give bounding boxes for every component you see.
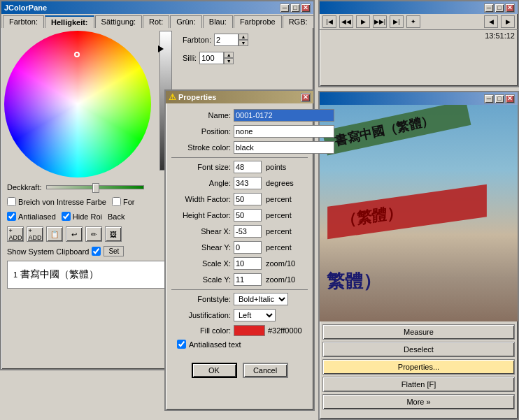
bp-close[interactable]: ✕ xyxy=(505,94,515,103)
play[interactable]: ▶ xyxy=(356,15,370,28)
thumbnail-item-1[interactable]: 1 書寫中國（繁體） xyxy=(13,268,99,281)
iv-maximize[interactable]: □ xyxy=(495,3,504,13)
more-button[interactable]: More » xyxy=(322,394,515,410)
image-btn[interactable]: 🖼 xyxy=(105,226,122,242)
position-label: Position: xyxy=(171,127,231,136)
bp-minimize[interactable]: ─ xyxy=(484,94,494,103)
breich-checkbox[interactable] xyxy=(7,197,16,206)
scale-y-label: Scale Y: xyxy=(171,275,231,284)
width-factor-row: Width Factor: percent xyxy=(171,193,308,205)
tab-rgb[interactable]: RGB: xyxy=(283,15,314,28)
silli-input[interactable] xyxy=(199,52,224,64)
tab-rot[interactable]: Rot: xyxy=(143,15,169,28)
farbton-spin[interactable]: ▲ ▼ xyxy=(214,34,248,46)
shear-x-input[interactable] xyxy=(234,225,262,238)
farbton-input[interactable] xyxy=(214,34,239,46)
fontsize-label: Font size: xyxy=(171,163,231,171)
fill-color-swatch[interactable] xyxy=(234,325,265,336)
angle-unit: degrees xyxy=(266,179,294,187)
extra[interactable]: ✦ xyxy=(406,15,420,28)
edit-btn[interactable]: ✏ xyxy=(85,226,102,242)
shear-y-input[interactable] xyxy=(234,241,262,254)
width-factor-input[interactable] xyxy=(234,193,262,205)
farbton-up[interactable]: ▲ xyxy=(239,34,248,40)
imageviewer-toolbar: |◀ ◀◀ ▶ ▶▶| ▶| ✦ ◀ ▶ xyxy=(320,14,518,30)
hideroi-checkbox[interactable] xyxy=(62,212,71,221)
thumb-text: 書寫中國（繁體） xyxy=(20,268,99,281)
bottompanel-window: ─ □ ✕ 書寫中國（繁體） （繁體） 繁體） Measure Deselect xyxy=(318,91,519,420)
height-factor-input[interactable] xyxy=(234,209,262,222)
tab-helligkeit[interactable]: Helligkeit: xyxy=(45,15,94,28)
next-arrow[interactable]: ▶ xyxy=(501,15,515,28)
dialog-content: Name: Position: Stroke color: Font size:… xyxy=(166,103,313,357)
antialiased-check-label[interactable]: Antialiased xyxy=(7,212,56,221)
silli-down[interactable]: ▼ xyxy=(224,58,234,64)
prev-fast[interactable]: ◀◀ xyxy=(339,15,353,28)
cancel-button[interactable]: Cancel xyxy=(243,363,288,378)
copy-btn[interactable]: ↩ xyxy=(66,226,83,242)
tab-grun[interactable]: Grün: xyxy=(170,15,202,28)
ok-button[interactable]: OK xyxy=(192,363,237,378)
scale-y-input[interactable] xyxy=(234,273,262,286)
silli-spin[interactable]: ▲ ▼ xyxy=(199,52,234,64)
tab-bar: Farbton: Helligkeit: Sättigung: Rot: Grü… xyxy=(1,14,313,28)
minimize-button[interactable]: ─ xyxy=(280,3,290,13)
justification-row: Justification: Left Center Right xyxy=(171,309,308,321)
back-check-label[interactable]: Back xyxy=(108,212,125,221)
play-start[interactable]: |◀ xyxy=(322,15,336,28)
maximize-button[interactable]: □ xyxy=(290,3,300,13)
deselect-button[interactable]: Deselect xyxy=(322,342,515,357)
name-input[interactable] xyxy=(234,109,334,122)
antialiased-dialog-checkbox[interactable] xyxy=(177,340,186,349)
iv-minimize[interactable]: ─ xyxy=(484,3,494,13)
iv-close[interactable]: ✕ xyxy=(505,3,515,13)
properties-dialog: ⚠ Properties ✕ Name: Position: Stroke co… xyxy=(164,89,315,411)
position-row: Position: xyxy=(171,125,308,138)
tab-sattigung[interactable]: Sättigung: xyxy=(95,15,143,28)
shear-x-row: Shear X: percent xyxy=(171,225,308,238)
properties-button[interactable]: Properties... xyxy=(322,359,515,375)
color-wheel[interactable] xyxy=(4,31,151,178)
silli-up[interactable]: ▲ xyxy=(224,52,234,58)
wheel-cursor xyxy=(74,52,80,57)
shear-x-label: Shear X: xyxy=(171,227,231,236)
prev-arrow[interactable]: ◀ xyxy=(484,15,498,28)
prop-close[interactable]: ✕ xyxy=(301,93,311,102)
hideroi-check-label[interactable]: Hide Roi xyxy=(62,212,102,221)
opacity-thumb xyxy=(92,183,99,193)
image-display-area: 書寫中國（繁體） （繁體） 繁體） xyxy=(320,105,518,321)
for-checkbox[interactable] xyxy=(112,197,121,206)
time-display: 13:51:12 xyxy=(320,30,518,41)
position-input[interactable] xyxy=(234,125,334,138)
checkbox-for[interactable]: For xyxy=(112,197,135,206)
stroke-input[interactable] xyxy=(234,141,334,154)
checkbox-breich[interactable]: Breich von Intresse Farbe xyxy=(7,197,106,206)
opacity-slider[interactable] xyxy=(46,185,144,189)
scale-y-unit: zoom/10 xyxy=(266,275,295,284)
tab-farbton[interactable]: Farbton: xyxy=(3,15,44,28)
add-btn-1[interactable]: +ADD xyxy=(7,226,24,242)
antialiased-checkbox[interactable] xyxy=(7,212,16,221)
add-btn-2[interactable]: +ADD xyxy=(27,226,43,242)
paste-btn[interactable]: 📋 xyxy=(46,226,63,242)
close-button[interactable]: ✕ xyxy=(301,3,311,13)
measure-button[interactable]: Measure xyxy=(322,324,515,340)
tab-farbprobe[interactable]: Farbprobe xyxy=(234,15,282,28)
next-end[interactable]: ▶| xyxy=(390,15,404,28)
justification-select[interactable]: Left Center Right xyxy=(234,309,276,321)
flatten-button[interactable]: Flatten [F] xyxy=(322,377,515,392)
set-button[interactable]: Set xyxy=(104,246,124,256)
tab-blau[interactable]: Blau: xyxy=(203,15,233,28)
jcolorpane-titlebar: JColorPane ─ □ ✕ xyxy=(1,1,313,14)
color-wheel-container[interactable] xyxy=(4,31,151,178)
fontsize-unit: points xyxy=(266,163,286,171)
fontsize-input[interactable] xyxy=(234,161,262,173)
angle-input[interactable] xyxy=(234,177,262,189)
scale-x-input[interactable] xyxy=(234,257,262,270)
fontstyle-select[interactable]: Bold+Italic Bold Italic Plain xyxy=(234,293,288,305)
farbton-down[interactable]: ▼ xyxy=(239,40,248,46)
fontstyle-row: Fontstyle: Bold+Italic Bold Italic Plain xyxy=(171,293,308,305)
system-clipboard-checkbox[interactable] xyxy=(92,247,101,256)
bp-maximize[interactable]: □ xyxy=(495,94,504,103)
next-fast[interactable]: ▶▶| xyxy=(373,15,387,28)
